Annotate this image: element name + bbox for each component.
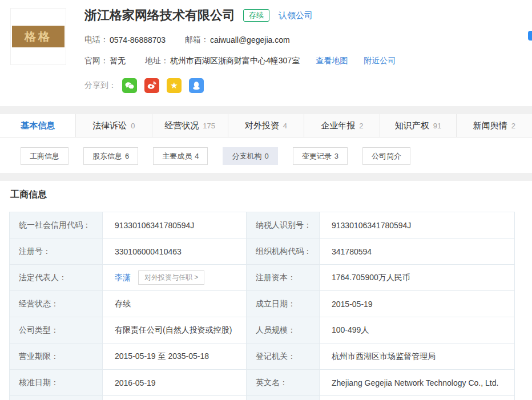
- company-logo-mark: 格格: [12, 26, 65, 47]
- tab-label: 经营状况: [164, 120, 199, 131]
- row-operating-state-value-2: 2015-05-19: [320, 291, 515, 317]
- website-label: 官网：: [84, 56, 108, 66]
- tab-count: 2: [359, 122, 363, 130]
- subtab-label: 分支机构: [232, 152, 261, 160]
- row-approval-date-value-2: Zhejiang Gegejia Network Technology Co.,…: [320, 370, 515, 396]
- subtab-label: 公司简介: [372, 152, 401, 160]
- subtab-shareholders[interactable]: 股东信息6: [83, 147, 138, 165]
- header-divider-band: [0, 106, 532, 114]
- subtab-change-records[interactable]: 变更记录3: [293, 147, 348, 165]
- row-legal-representative-value-2: 1764.705900万人民币: [320, 265, 515, 291]
- row-legal-representative-label: 法定代表人：: [10, 265, 103, 291]
- subtab-label: 工商信息: [30, 152, 59, 160]
- subtab-count: 3: [334, 152, 338, 160]
- row-approval-date-label: 核准日期：: [10, 370, 103, 396]
- tab-label: 新闻舆情: [473, 120, 507, 131]
- subtab-label: 变更记录: [302, 152, 332, 160]
- business-info-section: 工商信息 统一社会信用代码：91330106341780594J纳税人识别号：9…: [0, 181, 532, 400]
- tab-annual-report[interactable]: 企业年报2: [304, 114, 380, 137]
- row-operating-state-value: 存续: [103, 291, 247, 317]
- subtab-count: 4: [195, 152, 199, 160]
- row-company-type-value-2: 100-499人: [320, 317, 515, 344]
- company-profile-page: 格格 浙江格家网络技术有限公司 存续 认领公司 电话： 0574-8688870…: [0, 0, 532, 400]
- tab-outbound-investment[interactable]: 对外投资4: [228, 114, 304, 137]
- row-registration-number-label: 注册号：: [10, 239, 103, 265]
- company-logo: 格格: [10, 8, 66, 65]
- subtab-panel: 工商信息股东信息6主要成员4分支机构0变更记录3公司简介: [0, 138, 532, 173]
- tab-intellectual-property[interactable]: 知识产权91: [380, 114, 456, 137]
- contact-row: 电话： 0574-86888703 邮箱： caiwuall@gegejia.c…: [84, 35, 396, 45]
- row-operating-state-label-2: 成立日期：: [247, 291, 320, 317]
- tab-count: 4: [283, 122, 287, 130]
- row-business-term-value-2: 杭州市西湖区市场监督管理局: [320, 344, 515, 370]
- tab-count: 91: [433, 122, 441, 130]
- row-company-type-label-2: 人员规模：: [247, 317, 320, 344]
- table-row-partial: [103, 396, 247, 400]
- subtab-company-profile[interactable]: 公司简介: [362, 147, 410, 165]
- address-value: 杭州市西湖区浙商财富中心4幢307室: [170, 56, 300, 66]
- tab-operating-status[interactable]: 经营状况175: [152, 114, 228, 137]
- tab-count: 0: [131, 122, 135, 130]
- company-header: 格格 浙江格家网络技术有限公司 存续 认领公司 电话： 0574-8688870…: [0, 0, 532, 106]
- tab-count: 175: [203, 122, 215, 130]
- logo-text: 格格: [25, 29, 52, 45]
- row-legal-representative-label-2: 注册资本：: [247, 265, 320, 291]
- subtab-count: 0: [264, 152, 268, 160]
- floating-sidebar-button[interactable]: [528, 31, 532, 41]
- tab-legal-litigation[interactable]: 法律诉讼0: [76, 114, 152, 137]
- row-credit-code-label: 统一社会信用代码：: [10, 212, 103, 239]
- section-title: 工商信息: [10, 189, 523, 200]
- view-map-link[interactable]: 查看地图: [316, 56, 348, 66]
- row-operating-state-label: 经营状态：: [10, 291, 103, 317]
- tab-news-sentiment[interactable]: 新闻舆情2: [457, 114, 532, 137]
- tab-label: 基本信息: [21, 120, 55, 131]
- phone-value: 0574-86888703: [110, 35, 166, 45]
- subtab-count: 6: [125, 152, 129, 160]
- weibo-share-icon[interactable]: [144, 78, 159, 93]
- subtab-key-members[interactable]: 主要成员4: [153, 147, 208, 165]
- legal-representative-link[interactable]: 李潇: [115, 273, 131, 283]
- row-credit-code-value-2: 91330106341780594J: [320, 212, 515, 239]
- row-registration-number-value: 330106000410463: [103, 239, 247, 265]
- section-divider-band: [0, 173, 532, 181]
- business-info-table: 统一社会信用代码：91330106341780594J纳税人识别号：913301…: [9, 212, 515, 400]
- phone-label: 电话：: [84, 35, 108, 45]
- address-label: 地址：: [145, 56, 169, 66]
- tab-basic-info[interactable]: 基本信息: [0, 114, 76, 137]
- row-business-term-label-2: 登记机关：: [247, 344, 320, 370]
- row-company-type-label: 公司类型：: [10, 317, 103, 344]
- tab-label: 知识产权: [395, 120, 429, 131]
- nearby-companies-link[interactable]: 附近公司: [364, 56, 396, 66]
- qzone-share-icon[interactable]: ★: [167, 78, 182, 93]
- status-badge: 存续: [243, 9, 269, 22]
- email-value: caiwuall@gegejia.com: [210, 35, 290, 45]
- tab-label: 法律诉讼: [92, 120, 127, 131]
- email-label: 邮箱：: [185, 35, 209, 45]
- subtab-label: 股东信息: [92, 152, 122, 160]
- row-registration-number-label-2: 组织机构代码：: [247, 239, 320, 265]
- main-tabs: 基本信息法律诉讼0经营状况175对外投资4企业年报2知识产权91新闻舆情2: [0, 114, 532, 138]
- row-registration-number-value-2: 341780594: [320, 239, 515, 265]
- share-row: 分享到： ★: [84, 78, 396, 93]
- wechat-share-icon[interactable]: [122, 78, 137, 93]
- claim-company-link[interactable]: 认领公司: [279, 10, 313, 21]
- subtab-label: 主要成员: [162, 152, 192, 160]
- tab-label: 企业年报: [321, 120, 355, 131]
- tab-label: 对外投资: [245, 120, 279, 131]
- row-business-term-value: 2015-05-19 至 2035-05-18: [103, 344, 247, 370]
- share-label: 分享到：: [84, 80, 116, 91]
- row-approval-date-value: 2016-05-19: [103, 370, 247, 396]
- qq-share-icon[interactable]: [189, 78, 204, 93]
- subtab-business-info[interactable]: 工商信息: [21, 147, 68, 165]
- subtab-branches[interactable]: 分支机构0: [223, 147, 277, 165]
- table-row-partial: [247, 396, 320, 400]
- table-row-partial: [320, 396, 515, 400]
- row-credit-code-value: 91330106341780594J: [103, 212, 247, 239]
- website-value: 暂无: [110, 56, 126, 66]
- company-name: 浙江格家网络技术有限公司: [84, 7, 235, 24]
- row-company-type-value: 有限责任公司(自然人投资或控股): [103, 317, 247, 344]
- sub-tabs: 工商信息股东信息6主要成员4分支机构0变更记录3公司简介: [21, 147, 532, 165]
- investment-positions-button[interactable]: 对外投资与任职 >: [138, 270, 204, 285]
- row-legal-representative-value: 李潇对外投资与任职 >: [103, 265, 247, 291]
- row-approval-date-label-2: 英文名：: [247, 370, 320, 396]
